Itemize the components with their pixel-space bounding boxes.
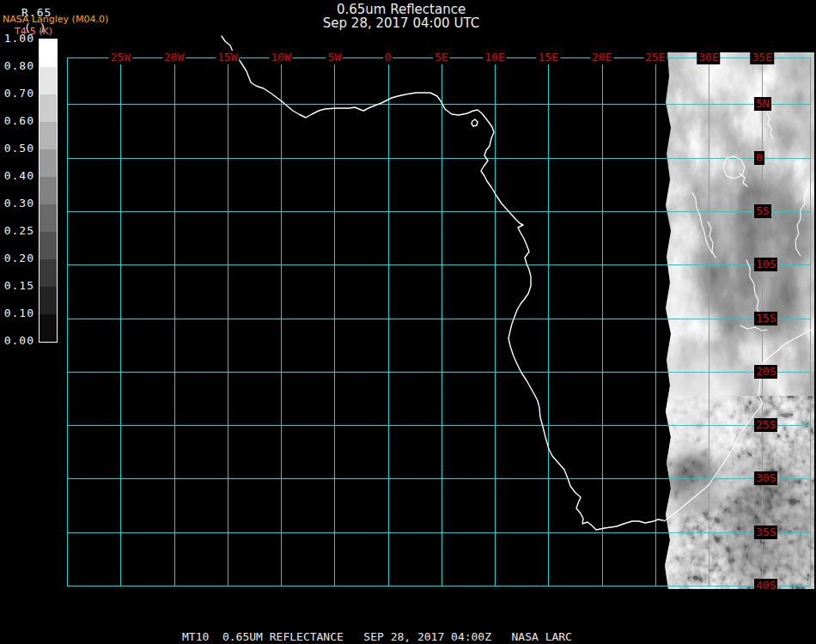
lat-label-10S: 10S: [754, 258, 777, 271]
colorbar-label: 0.20: [2, 252, 34, 264]
lon-label-25W: 25W: [109, 51, 132, 64]
satellite-quicklook-page: 0.65um Reflectance Sep 28, 2017 04:00 UT…: [0, 0, 816, 644]
lon-label-20E: 20E: [590, 51, 613, 64]
colorbar-label: 0.80: [2, 59, 34, 72]
page-subtitle: Sep 28, 2017 04:00 UTC: [0, 15, 809, 31]
colorbar-band: [40, 39, 57, 67]
lat-label-20S: 20S: [754, 365, 777, 379]
colorbar-band: [40, 94, 57, 122]
reflectance-colorbar: [39, 39, 58, 343]
lat-label-15S: 15S: [754, 312, 777, 325]
lat-label-40S: 40S: [754, 579, 777, 592]
colorbar-label: 0.70: [2, 87, 34, 100]
lon-label-5E: 5E: [433, 51, 450, 64]
geo-labels: 25W20W15W10W5W05E10E15E20E25E30E35E5N05S…: [0, 0, 816, 644]
colorbar-band: [40, 204, 57, 232]
colorbar-band: [40, 232, 57, 259]
lat-label-25S: 25S: [754, 418, 777, 432]
colorbar-label: 0.50: [2, 142, 34, 155]
colorbar-band: [40, 122, 57, 149]
lat-label-0: 0: [754, 151, 764, 165]
colorbar-band: [40, 67, 57, 94]
colorbar-band: [40, 177, 57, 204]
colorbar-label: 0.40: [2, 169, 34, 182]
lon-label-10E: 10E: [483, 51, 506, 64]
colorbar-band: [40, 314, 57, 342]
footer-caption: MT10 0.65UM REFLECTANCE SEP 28, 2017 04:…: [182, 630, 572, 643]
lon-label-20W: 20W: [162, 51, 186, 64]
colorbar-label: 0.30: [2, 197, 34, 210]
lon-label-30E: 30E: [697, 51, 720, 64]
lon-label-15W: 15W: [216, 51, 239, 64]
colorbar-band: [40, 149, 57, 177]
lon-label-15E: 15E: [537, 51, 560, 64]
lon-label-5W: 5W: [326, 51, 343, 64]
product-label: T4-5 (K): [15, 26, 52, 37]
lat-label-5S: 5S: [754, 204, 771, 218]
colorbar-label: 0.00: [2, 334, 34, 347]
colorbar-label: 0.60: [2, 114, 34, 127]
colorbar-label: 0.10: [2, 307, 34, 319]
lon-label-0: 0: [383, 51, 393, 64]
colorbar-band: [40, 259, 57, 287]
lon-label-25E: 25E: [643, 51, 667, 64]
lat-label-30S: 30S: [754, 471, 777, 485]
lat-label-35S: 35S: [754, 526, 777, 539]
lon-label-10W: 10W: [269, 51, 292, 64]
lon-label-35E: 35E: [751, 51, 774, 64]
colorbar-label: 0.25: [2, 224, 34, 237]
colorbar-band: [40, 287, 57, 314]
colorbar-label: 0.15: [2, 279, 34, 292]
lat-label-5N: 5N: [754, 97, 771, 111]
data-source-label: NASA Langley (M04.0): [3, 14, 108, 25]
